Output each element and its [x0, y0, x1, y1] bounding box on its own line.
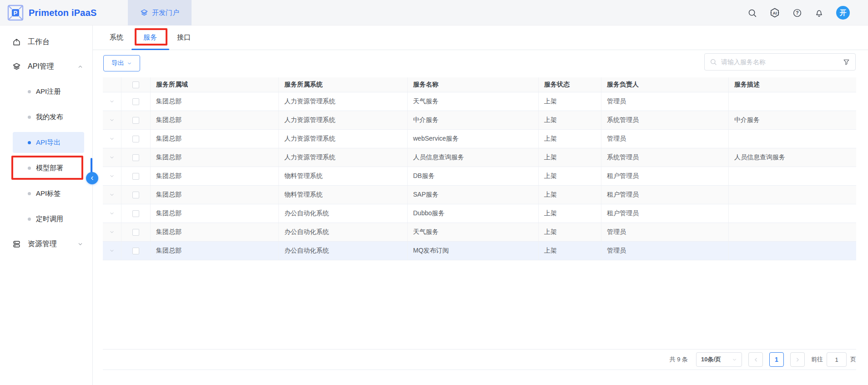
tab-label: 服务 — [143, 33, 157, 42]
topbar-actions: 开 — [747, 0, 868, 25]
sidebar-subitem-label: 我的发布 — [36, 113, 63, 122]
tab-label: 接口 — [177, 33, 191, 42]
row-checkbox[interactable] — [132, 192, 139, 198]
ai-assistant-icon[interactable] — [769, 7, 780, 18]
column-header: 服务所属域 — [151, 77, 279, 92]
portal-tab-label: 开发门户 — [152, 9, 179, 17]
page-size-select[interactable]: 10条/页 — [696, 352, 742, 367]
cell-service-name: 人员信息查询服务 — [408, 148, 539, 167]
expand-row-icon[interactable] — [109, 211, 115, 216]
expand-row-icon[interactable] — [109, 155, 115, 160]
cell-status: 上架 — [539, 111, 601, 129]
filter-funnel-icon[interactable] — [843, 58, 850, 66]
collapse-sidebar-button[interactable] — [86, 172, 98, 184]
cell-domain: 集团总部 — [151, 242, 279, 260]
table-row[interactable]: 集团总部 人力资源管理系统 中介服务 上架 系统管理员 中介服务 — [103, 111, 856, 130]
page-number-button[interactable]: 1 — [769, 352, 784, 367]
sidebar-item-workbench[interactable]: 工作台 — [0, 30, 92, 54]
row-checkbox[interactable] — [132, 229, 139, 236]
row-checkbox[interactable] — [132, 173, 139, 180]
expand-row-icon[interactable] — [109, 136, 115, 142]
goto-label: 前往 — [811, 355, 823, 364]
bullet-icon — [28, 218, 31, 221]
cell-owner: 管理员 — [601, 223, 729, 241]
home-icon — [12, 38, 21, 46]
row-checkbox[interactable] — [132, 210, 139, 217]
cell-system: 办公自动化系统 — [279, 204, 408, 223]
export-button-label: 导出 — [111, 59, 124, 67]
row-checkbox[interactable] — [132, 136, 139, 142]
table-row[interactable]: 集团总部 物料管理系统 DB服务 上架 租户管理员 — [103, 167, 856, 186]
row-checkbox[interactable] — [132, 154, 139, 161]
table-row[interactable]: 集团总部 办公自动化系统 Dubbo服务 上架 租户管理员 — [103, 204, 856, 223]
search-input[interactable] — [721, 58, 838, 66]
table-row[interactable]: 集团总部 办公自动化系统 天气服务 上架 管理员 — [103, 223, 856, 242]
expand-row-icon[interactable] — [109, 99, 115, 104]
primeton-logo-icon: P — [7, 5, 24, 21]
main-content: 系统 服务 接口 导出 服 — [93, 25, 868, 385]
sidebar-item-api-export[interactable]: API导出 — [0, 130, 92, 155]
sidebar-item-api-tags[interactable]: API标签 — [0, 181, 92, 206]
cell-service-name: 天气服务 — [408, 92, 539, 111]
cell-status: 上架 — [539, 204, 601, 223]
row-checkbox[interactable] — [132, 98, 139, 105]
expand-row-icon[interactable] — [109, 248, 115, 253]
chevron-up-icon — [77, 64, 83, 70]
expand-column-header — [103, 77, 121, 92]
brand: P Primeton iPaaS — [7, 0, 97, 25]
cell-description — [729, 167, 856, 185]
row-checkbox[interactable] — [132, 117, 139, 124]
cell-status: 上架 — [539, 242, 601, 260]
cell-description: 中介服务 — [729, 111, 856, 129]
notification-bell-icon[interactable] — [814, 8, 824, 18]
next-page-button[interactable] — [790, 352, 805, 367]
expand-row-icon[interactable] — [109, 192, 115, 198]
select-all-checkbox[interactable] — [132, 81, 139, 88]
cell-domain: 集团总部 — [151, 186, 279, 204]
sidebar-item-resource-management[interactable]: 资源管理 — [0, 232, 92, 256]
expand-row-icon[interactable] — [109, 229, 115, 235]
sidebar-item-my-publish[interactable]: 我的发布 — [0, 104, 92, 130]
search-icon[interactable] — [747, 8, 757, 18]
tab-system[interactable]: 系统 — [110, 25, 123, 50]
sidebar-item-api-register[interactable]: API注册 — [0, 79, 92, 104]
cell-status: 上架 — [539, 223, 601, 241]
goto-unit-label: 页 — [850, 355, 856, 364]
sidebar-item-api-management[interactable]: API管理 — [0, 54, 92, 79]
sidebar-item-scheduled-call[interactable]: 定时调用 — [0, 206, 92, 232]
cell-description — [729, 204, 856, 223]
search-icon — [710, 58, 717, 66]
bullet-icon — [28, 141, 31, 144]
cell-owner: 管理员 — [601, 92, 729, 111]
tab-interface[interactable]: 接口 — [177, 25, 191, 50]
chevron-left-icon — [89, 175, 95, 181]
cell-system: 人力资源管理系统 — [279, 148, 408, 167]
help-icon[interactable] — [792, 8, 802, 18]
user-avatar[interactable]: 开 — [836, 6, 850, 20]
cell-owner: 系统管理员 — [601, 148, 729, 167]
export-button[interactable]: 导出 — [103, 55, 140, 71]
table-row[interactable]: 集团总部 物料管理系统 SAP服务 上架 租户管理员 — [103, 186, 856, 204]
goto-page-input[interactable] — [827, 352, 847, 367]
select-column-header — [121, 77, 151, 92]
cell-owner: 系统管理员 — [601, 111, 729, 129]
portal-tab-developer[interactable]: 开发门户 — [128, 0, 192, 25]
table-row-selected[interactable]: 集团总部 办公自动化系统 MQ发布订阅 上架 管理员 — [103, 242, 856, 260]
layers-icon — [12, 62, 21, 71]
sidebar-item-model-deploy[interactable]: 模型部署 — [0, 155, 92, 181]
cell-service-name: DB服务 — [408, 167, 539, 185]
row-checkbox[interactable] — [132, 248, 139, 254]
sidebar-subitem-label: API注册 — [36, 87, 61, 96]
goto-page-group: 前往 页 — [811, 352, 856, 367]
tab-label: 系统 — [110, 33, 123, 42]
table-row[interactable]: 集团总部 人力资源管理系统 人员信息查询服务 上架 系统管理员 人员信息查询服务 — [103, 148, 856, 167]
sidebar-subitem-label: API导出 — [36, 138, 61, 147]
cell-status: 上架 — [539, 167, 601, 185]
table-row[interactable]: 集团总部 人力资源管理系统 天气服务 上架 管理员 — [103, 92, 856, 111]
expand-row-icon[interactable] — [109, 117, 115, 123]
prev-page-button[interactable] — [748, 352, 763, 367]
table-row[interactable]: 集团总部 人力资源管理系统 webService服务 上架 管理员 — [103, 130, 856, 148]
cell-status: 上架 — [539, 148, 601, 167]
tab-service[interactable]: 服务 — [143, 25, 157, 50]
expand-row-icon[interactable] — [109, 173, 115, 179]
